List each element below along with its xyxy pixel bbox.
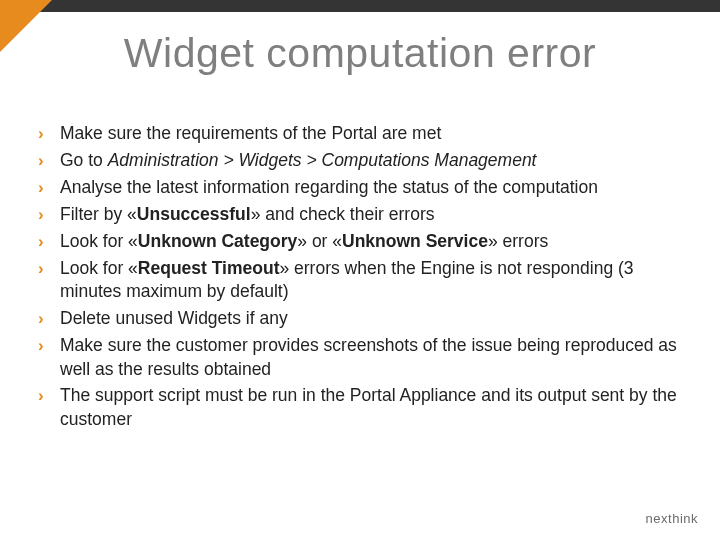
bullet-text: Go to Administration > Widgets > Computa… xyxy=(60,149,680,173)
list-item: ›Go to Administration > Widgets > Comput… xyxy=(38,149,680,173)
bullet-list: ›Make sure the requirements of the Porta… xyxy=(38,122,680,434)
bullet-text: Make sure the requirements of the Portal… xyxy=(60,122,680,146)
corner-accent-triangle xyxy=(0,0,52,52)
bullet-marker-icon: › xyxy=(38,257,60,281)
bullet-text: Make sure the customer provides screensh… xyxy=(60,334,680,381)
list-item: ›Analyse the latest information regardin… xyxy=(38,176,680,200)
list-item: ›Filter by «Unsuccessful» and check thei… xyxy=(38,203,680,227)
bullet-text: Look for «Request Timeout» errors when t… xyxy=(60,257,680,304)
bullet-marker-icon: › xyxy=(38,384,60,408)
brand-logo: nexthink xyxy=(646,511,698,526)
list-item: ›Delete unused Widgets if any xyxy=(38,307,680,331)
top-bar xyxy=(0,0,720,12)
bullet-marker-icon: › xyxy=(38,307,60,331)
bullet-marker-icon: › xyxy=(38,230,60,254)
bullet-marker-icon: › xyxy=(38,203,60,227)
bullet-text: The support script must be run in the Po… xyxy=(60,384,680,431)
bullet-marker-icon: › xyxy=(38,334,60,358)
list-item: ›Look for «Request Timeout» errors when … xyxy=(38,257,680,304)
bullet-marker-icon: › xyxy=(38,176,60,200)
slide: Widget computation error ›Make sure the … xyxy=(0,0,720,540)
bullet-text: Delete unused Widgets if any xyxy=(60,307,680,331)
list-item: ›Make sure the customer provides screens… xyxy=(38,334,680,381)
bullet-marker-icon: › xyxy=(38,149,60,173)
list-item: ›Make sure the requirements of the Porta… xyxy=(38,122,680,146)
bullet-text: Look for «Unknown Category» or «Unknown … xyxy=(60,230,680,254)
bullet-marker-icon: › xyxy=(38,122,60,146)
bullet-text: Analyse the latest information regarding… xyxy=(60,176,680,200)
bullet-text: Filter by «Unsuccessful» and check their… xyxy=(60,203,680,227)
list-item: ›The support script must be run in the P… xyxy=(38,384,680,431)
list-item: ›Look for «Unknown Category» or «Unknown… xyxy=(38,230,680,254)
page-title: Widget computation error xyxy=(0,30,720,77)
